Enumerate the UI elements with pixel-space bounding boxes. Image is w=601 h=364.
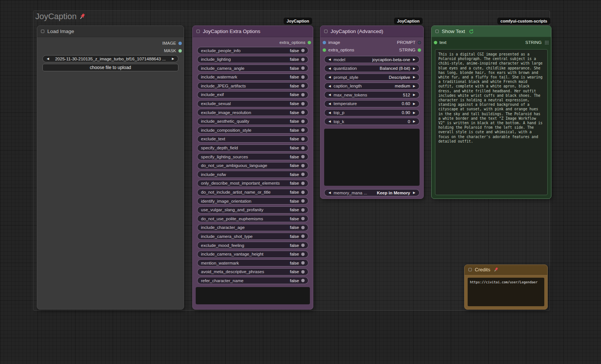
advanced-title-bar[interactable]: JoyCaption (Advanced)	[320, 26, 423, 37]
collapse-icon[interactable]	[41, 30, 44, 33]
toggle-dot[interactable]	[301, 155, 305, 158]
toggle-widget[interactable]: do_not_use_ambiguous_language false	[197, 162, 308, 169]
toggle-dot[interactable]	[301, 66, 305, 70]
toggle-dot[interactable]	[301, 93, 305, 96]
combo-widget[interactable]: model joycaption-beta-one	[324, 56, 420, 63]
joycaption-advanced-node[interactable]: JoyCaption JoyCaption (Advanced) image P…	[320, 26, 424, 199]
next-arrow-icon[interactable]	[412, 100, 416, 107]
next-arrow-icon[interactable]	[412, 91, 416, 98]
prev-arrow-icon[interactable]	[328, 83, 331, 90]
load-image-title-bar[interactable]: Load Image	[37, 26, 184, 37]
toggle-dot[interactable]	[301, 261, 305, 265]
node-canvas[interactable]: JoyCaption Load Image IMAGE MASK	[0, 0, 601, 364]
toggle-dot[interactable]	[301, 199, 305, 203]
toggle-dot[interactable]	[301, 226, 305, 229]
toggle-widget[interactable]: include_camera_shot_type false	[197, 233, 308, 240]
combo-widget[interactable]: top_p 0.90	[324, 109, 420, 116]
show-text-node[interactable]: comfyui-custom-scripts Show Text text ST…	[431, 26, 551, 199]
combo-widget[interactable]: quantization Balanced (8-bit)	[324, 65, 420, 72]
image-output-port[interactable]	[178, 42, 182, 45]
toggle-dot[interactable]	[301, 191, 305, 194]
toggle-dot[interactable]	[301, 173, 305, 176]
prev-arrow-icon[interactable]	[328, 118, 331, 125]
collapse-icon[interactable]	[196, 30, 200, 33]
next-arrow-icon[interactable]	[412, 74, 416, 81]
extra-options-node[interactable]: JoyCaption JoyCaption Extra Options extr…	[192, 26, 313, 310]
toggle-dot[interactable]	[301, 58, 305, 61]
toggle-widget[interactable]: include_exif false	[197, 91, 308, 98]
toggle-widget[interactable]: mention_watermark false	[197, 259, 308, 266]
toggle-dot[interactable]	[301, 182, 305, 185]
toggle-widget[interactable]: avoid_meta_descriptive_phrases false	[197, 268, 308, 275]
text-input-port[interactable]	[434, 41, 437, 44]
next-arrow-icon[interactable]	[412, 118, 416, 125]
next-arrow-icon[interactable]	[412, 189, 416, 196]
toggle-widget[interactable]: do_not_include_artist_name_or_title fals…	[197, 189, 308, 196]
toggle-widget[interactable]: specify_lighting_sources false	[197, 153, 308, 160]
toggle-widget[interactable]: include_composition_style false	[197, 126, 308, 134]
combo-widget[interactable]: caption_length medium	[324, 83, 420, 90]
next-arrow-icon[interactable]	[412, 56, 416, 63]
toggle-dot[interactable]	[301, 84, 305, 87]
image-input-port[interactable]	[323, 41, 326, 44]
toggle-dot[interactable]	[301, 217, 305, 220]
toggle-widget[interactable]: identify_image_orientation false	[197, 197, 308, 205]
toggle-widget[interactable]: do_not_use_polite_euphemisms false	[197, 215, 308, 222]
toggle-widget[interactable]: specify_depth_field false	[197, 144, 308, 152]
toggle-dot[interactable]	[301, 75, 305, 79]
advanced-prompt-text-widget[interactable]	[324, 129, 420, 186]
toggle-widget[interactable]: include_aesthetic_quality false	[197, 118, 308, 125]
toggle-widget[interactable]: exclude_image_resolution false	[197, 109, 308, 116]
extra-options-input-port[interactable]	[323, 48, 326, 52]
combo-widget[interactable]: prompt_style Descriptive	[324, 74, 420, 81]
credits-title-bar[interactable]: Credits	[465, 265, 547, 275]
toggle-widget[interactable]: include_character_age false	[197, 224, 308, 231]
toggle-widget[interactable]: include_camera_vantage_height false	[197, 251, 308, 258]
mask-output-port[interactable]	[178, 49, 182, 53]
prev-arrow-icon[interactable]	[46, 55, 50, 62]
extra-options-output-port[interactable]	[308, 41, 311, 44]
combo-widget[interactable]: top_k 0	[324, 118, 420, 125]
toggle-widget[interactable]: include_watermark false	[197, 74, 308, 81]
toggle-dot[interactable]	[301, 235, 305, 238]
credits-node[interactable]: Credits https://civitai.com/user/Legenda…	[464, 265, 548, 310]
toggle-widget[interactable]: exclude_people_info false	[197, 47, 308, 54]
image-file-combo[interactable]: 2025-11-30-210135_z_image_turbo_bf16_107…	[42, 55, 178, 62]
prev-arrow-icon[interactable]	[328, 74, 331, 81]
next-arrow-icon[interactable]	[412, 109, 416, 116]
toggle-widget[interactable]: only_describe_most_important_elements fa…	[197, 180, 308, 187]
toggle-dot[interactable]	[301, 253, 305, 256]
toggle-dot[interactable]	[301, 137, 305, 141]
toggle-dot[interactable]	[301, 102, 305, 105]
toggle-dot[interactable]	[301, 128, 305, 132]
credits-text-widget[interactable]: https://civitai.com/user/Legendaer	[468, 278, 544, 306]
toggle-widget[interactable]: exclude_sexual false	[197, 100, 308, 107]
extra-options-title-bar[interactable]: JoyCaption Extra Options	[193, 26, 313, 37]
prev-arrow-icon[interactable]	[328, 189, 331, 196]
toggle-widget[interactable]: include_lighting false	[197, 56, 308, 63]
toggle-dot[interactable]	[301, 111, 305, 114]
string-output-port[interactable]	[418, 48, 421, 52]
toggle-dot[interactable]	[301, 279, 305, 282]
toggle-widget[interactable]: include_JPEG_artifacts false	[197, 82, 308, 89]
next-arrow-icon[interactable]	[171, 55, 175, 62]
load-image-node[interactable]: Load Image IMAGE MASK 2025-11-30-210135_…	[37, 26, 184, 310]
extra-options-text-widget[interactable]	[196, 287, 310, 304]
show-text-output[interactable]: This is a digital CGI image presented as…	[435, 49, 548, 195]
toggle-widget[interactable]: exclude_mood_feeling false	[197, 242, 308, 249]
toggle-widget[interactable]: include_nsfw false	[197, 171, 308, 178]
toggle-widget[interactable]: refer_character_name false	[197, 277, 308, 284]
toggle-widget[interactable]: include_camera_angle false	[197, 65, 308, 72]
next-arrow-icon[interactable]	[412, 65, 416, 72]
memory-management-combo[interactable]: memory_mana ... Keep in Memory	[324, 189, 420, 196]
prompt-output-port[interactable]	[418, 41, 421, 44]
toggle-widget[interactable]: exclude_text false	[197, 135, 308, 143]
toggle-widget[interactable]: use_vulgar_slang_and_profanity false	[197, 206, 308, 214]
collapse-icon[interactable]	[468, 268, 472, 271]
collapse-icon[interactable]	[435, 30, 439, 33]
prev-arrow-icon[interactable]	[328, 109, 331, 116]
prev-arrow-icon[interactable]	[328, 91, 331, 98]
next-arrow-icon[interactable]	[412, 83, 416, 90]
toggle-dot[interactable]	[301, 208, 305, 212]
prev-arrow-icon[interactable]	[328, 65, 331, 72]
